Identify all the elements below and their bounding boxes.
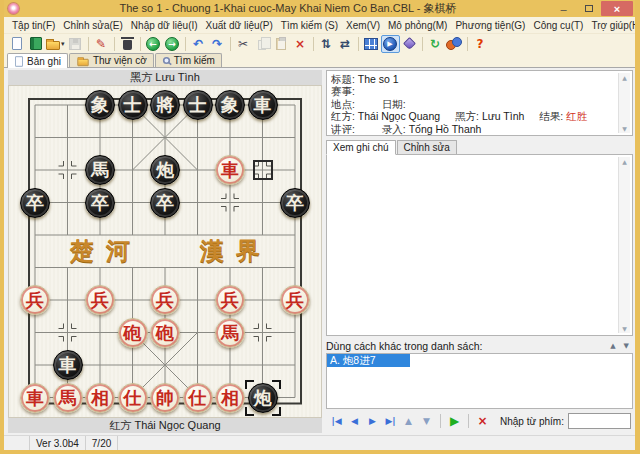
swap-button[interactable]: ⇄: [336, 35, 355, 53]
piece-black[interactable]: 象: [85, 90, 115, 120]
back-button[interactable]: ←: [144, 35, 163, 53]
scroll-up-icon[interactable]: ▲: [622, 74, 627, 81]
variation-up-icon[interactable]: ▲: [610, 342, 615, 350]
piece-black[interactable]: 馬: [85, 155, 115, 185]
tab-library[interactable]: Thư viện cờ: [69, 53, 154, 67]
board-view-button[interactable]: [362, 35, 381, 53]
piece-red[interactable]: 兵: [215, 285, 245, 315]
menu-help[interactable]: Trợ giúp(H): [587, 20, 640, 31]
piece-red[interactable]: 相: [215, 383, 245, 413]
first-move-button[interactable]: |◀: [328, 413, 345, 429]
last-move-button[interactable]: ▶|: [382, 413, 399, 429]
folder-icon: [77, 58, 88, 65]
move-input[interactable]: [568, 413, 631, 429]
piece-black[interactable]: 士: [183, 90, 213, 120]
delete-record-button[interactable]: [118, 35, 137, 53]
tag-button[interactable]: [400, 35, 419, 53]
new-record-button[interactable]: [7, 35, 26, 53]
maximize-button[interactable]: [576, 1, 601, 16]
dropdown-caret-icon: ▾: [61, 40, 65, 48]
xiangqi-board[interactable]: 楚河漢界象士將士象車馬炮車卒卒卒卒兵兵兵兵兵砲砲馬車車馬相仕帥仕相炮: [8, 85, 322, 418]
comment-area[interactable]: ▲ ▼: [326, 154, 633, 336]
variation-list[interactable]: A. 炮8进7: [326, 353, 633, 409]
piece-red[interactable]: 馬: [53, 383, 83, 413]
play-button[interactable]: ▶: [446, 413, 463, 429]
piece-red[interactable]: 兵: [150, 285, 180, 315]
comment-scrollbar[interactable]: ▲ ▼: [618, 157, 630, 333]
piece-red[interactable]: 相: [85, 383, 115, 413]
piece-red[interactable]: 仕: [118, 383, 148, 413]
piece-red[interactable]: 砲: [118, 318, 148, 348]
tab-search[interactable]: Tìm kiếm: [155, 53, 222, 67]
piece-red[interactable]: 車: [20, 383, 50, 413]
minimize-button[interactable]: –: [551, 1, 576, 16]
undo-button[interactable]: ↶: [189, 35, 208, 53]
menu-file[interactable]: Tập tin(F): [8, 20, 59, 31]
menu-view[interactable]: Xem(V): [342, 20, 384, 31]
variation-item[interactable]: A. 炮8进7: [327, 354, 632, 367]
result-label: 结果:: [539, 110, 563, 122]
piece-black[interactable]: 車: [53, 350, 83, 380]
piece-red[interactable]: 兵: [280, 285, 310, 315]
redo-button[interactable]: ↷: [208, 35, 227, 53]
edit-record-button[interactable]: ✎: [92, 35, 111, 53]
piece-red[interactable]: 兵: [85, 285, 115, 315]
piece-red[interactable]: 兵: [20, 285, 50, 315]
sort-button[interactable]: ⇅: [317, 35, 336, 53]
scroll-down-icon[interactable]: ▼: [622, 325, 627, 332]
piece-red[interactable]: 馬: [215, 318, 245, 348]
status-fill-cell: [118, 436, 635, 450]
menu-edit[interactable]: Chỉnh sửa(E): [59, 20, 127, 31]
forward-button[interactable]: →: [163, 35, 182, 53]
prev-move-button[interactable]: ◀: [346, 413, 363, 429]
tab-edit-notes[interactable]: Chỉnh sửa: [397, 140, 457, 154]
variation-down-button[interactable]: ▼: [418, 413, 435, 429]
tab-record[interactable]: Bản ghi: [7, 53, 68, 68]
piece-black[interactable]: 士: [118, 90, 148, 120]
piece-black[interactable]: 炮: [248, 383, 278, 413]
piece-black[interactable]: 卒: [20, 188, 50, 218]
piece-black[interactable]: 象: [215, 90, 245, 120]
piece-black[interactable]: 將: [150, 90, 180, 120]
title-value: The so 1: [358, 73, 399, 85]
menu-search[interactable]: Tìm kiếm (S): [277, 20, 342, 31]
menu-media[interactable]: Phương tiện(G): [451, 20, 529, 31]
menu-import[interactable]: Nhập dữ liệu(I): [127, 20, 202, 31]
game-pieces-button[interactable]: [445, 35, 464, 53]
piece-black[interactable]: 卒: [150, 188, 180, 218]
cut-button[interactable]: ✂: [234, 35, 253, 53]
menu-tools[interactable]: Công cụ(T): [529, 20, 587, 31]
help-button[interactable]: ?: [471, 35, 490, 53]
sync-button[interactable]: ↻: [426, 35, 445, 53]
piece-black[interactable]: 車: [248, 90, 278, 120]
piece-red[interactable]: 砲: [150, 318, 180, 348]
piece-red[interactable]: 車: [215, 155, 245, 185]
autoplay-icon: ▶: [383, 37, 397, 51]
delete-button[interactable]: ×: [291, 35, 310, 53]
piece-black[interactable]: 卒: [85, 188, 115, 218]
piece-black[interactable]: 炮: [150, 155, 180, 185]
tab-view-notes[interactable]: Xem ghi chú: [326, 140, 396, 155]
open-file-button[interactable]: ▾: [45, 35, 66, 53]
piece-red[interactable]: 仕: [183, 383, 213, 413]
next-move-button[interactable]: ▶: [364, 413, 381, 429]
scroll-up-icon[interactable]: ▲: [622, 158, 627, 165]
stop-button[interactable]: ×: [474, 413, 491, 429]
menu-simulate[interactable]: Mô phỏng(M): [384, 20, 451, 31]
variation-down-icon[interactable]: ▼: [624, 342, 629, 350]
save-button: [66, 35, 85, 53]
toolbar-separator: [358, 37, 359, 51]
piece-red[interactable]: 帥: [150, 383, 180, 413]
nav-separator: [468, 414, 469, 428]
info-scrollbar[interactable]: ▲ ▼: [618, 73, 630, 133]
sync-icon: ↻: [430, 38, 440, 50]
scroll-down-icon[interactable]: ▼: [622, 125, 627, 132]
autoplay-button[interactable]: ▶: [381, 35, 400, 53]
new-record-icon: [12, 37, 22, 50]
close-button[interactable]: ×: [601, 1, 633, 16]
piece-black[interactable]: 卒: [280, 188, 310, 218]
mag-icon: [163, 57, 170, 64]
menu-export[interactable]: Xuất dữ liệu(P): [202, 20, 277, 31]
new-library-button[interactable]: [26, 35, 45, 53]
variation-up-button[interactable]: ▲: [400, 413, 417, 429]
